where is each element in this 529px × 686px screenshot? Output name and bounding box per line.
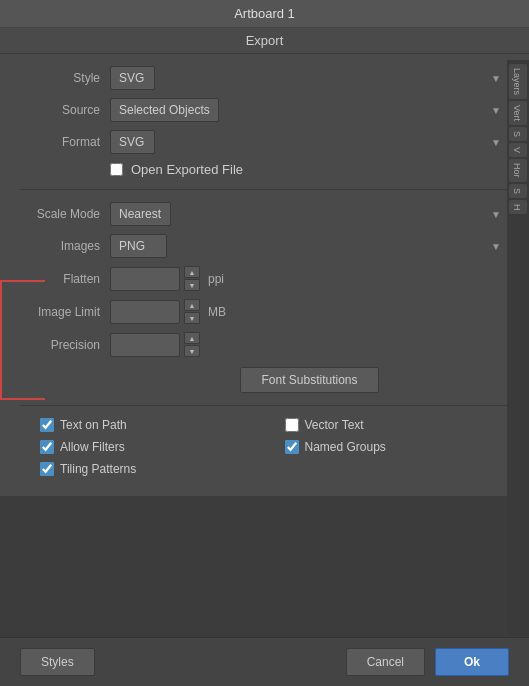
precision-spinbox: 2 ▲ ▼ [110,332,200,357]
export-label: Export [246,33,284,48]
title-bar: Artboard 1 [0,0,529,28]
text-on-path-label[interactable]: Text on Path [60,418,127,432]
precision-spin-up[interactable]: ▲ [184,332,200,344]
tiling-patterns-item: Tiling Patterns [40,462,265,476]
tiling-patterns-label[interactable]: Tiling Patterns [60,462,136,476]
divider-1 [20,189,509,190]
source-row: Source Selected Objects Page Drawing [20,98,509,122]
sidebar-tab-s2[interactable]: S [509,184,527,198]
format-row: Format SVG PDF PNG [20,130,509,154]
right-sidebar: Layers Vert S V Hor S H [507,60,529,636]
image-limit-unit: MB [208,305,226,319]
open-exported-row: Open Exported File [110,162,509,177]
styles-button[interactable]: Styles [20,648,95,676]
flatten-spin-down[interactable]: ▼ [184,279,200,291]
image-limit-spin-up[interactable]: ▲ [184,299,200,311]
export-header: Export [0,28,529,54]
scale-mode-label: Scale Mode [20,207,110,221]
style-select-wrapper: SVG PDF PNG [110,66,509,90]
image-limit-input[interactable]: 8,0 [110,300,180,324]
image-limit-label: Image Limit [20,305,110,319]
tiling-patterns-checkbox[interactable] [40,462,54,476]
ok-button[interactable]: Ok [435,648,509,676]
style-row: Style SVG PDF PNG [20,66,509,90]
source-select-wrapper: Selected Objects Page Drawing [110,98,509,122]
image-limit-spin-buttons: ▲ ▼ [184,299,200,324]
precision-label: Precision [20,338,110,352]
sidebar-tab-vert[interactable]: Vert [509,101,527,125]
flatten-input[interactable]: 120,0 [110,267,180,291]
cancel-button[interactable]: Cancel [346,648,425,676]
flatten-spin-up[interactable]: ▲ [184,266,200,278]
dialog-body: Style SVG PDF PNG Source Selected Object… [0,54,529,496]
image-limit-spin-down[interactable]: ▼ [184,312,200,324]
flatten-row: Flatten 120,0 ▲ ▼ ppi [20,266,509,291]
format-label: Format [20,135,110,149]
text-on-path-item: Text on Path [40,418,265,432]
checkbox-grid: Text on Path Vector Text Allow Filters N… [40,418,509,476]
images-label: Images [20,239,110,253]
images-select[interactable]: PNG JPG Embed [110,234,167,258]
font-sub-wrapper: Font Substitutions [110,367,509,393]
sidebar-tab-s1[interactable]: S [509,127,527,141]
image-limit-spinbox: 8,0 ▲ ▼ MB [110,299,226,324]
text-on-path-checkbox[interactable] [40,418,54,432]
format-select-wrapper: SVG PDF PNG [110,130,509,154]
font-substitutions-button[interactable]: Font Substitutions [240,367,378,393]
named-groups-checkbox[interactable] [285,440,299,454]
flatten-label: Flatten [20,272,110,286]
format-select[interactable]: SVG PDF PNG [110,130,155,154]
title-text: Artboard 1 [234,6,295,21]
bottom-bar: Styles Cancel Ok [0,637,529,686]
style-select[interactable]: SVG PDF PNG [110,66,155,90]
style-label: Style [20,71,110,85]
source-label: Source [20,103,110,117]
divider-2 [20,405,509,406]
source-select[interactable]: Selected Objects Page Drawing [110,98,219,122]
images-row: Images PNG JPG Embed [20,234,509,258]
named-groups-item: Named Groups [285,440,510,454]
vector-text-checkbox[interactable] [285,418,299,432]
scale-mode-select-wrapper: Nearest Bilinear Bicubic [110,202,509,226]
allow-filters-checkbox[interactable] [40,440,54,454]
allow-filters-label[interactable]: Allow Filters [60,440,125,454]
precision-row: Precision 2 ▲ ▼ [20,332,509,357]
precision-spin-down[interactable]: ▼ [184,345,200,357]
image-limit-row: Image Limit 8,0 ▲ ▼ MB [20,299,509,324]
sidebar-tab-layers[interactable]: Layers [509,64,527,99]
flatten-unit: ppi [208,272,224,286]
sidebar-tab-hor[interactable]: Hor [509,159,527,182]
allow-filters-item: Allow Filters [40,440,265,454]
precision-spin-buttons: ▲ ▼ [184,332,200,357]
flatten-spinbox: 120,0 ▲ ▼ ppi [110,266,224,291]
flatten-spin-buttons: ▲ ▼ [184,266,200,291]
precision-input[interactable]: 2 [110,333,180,357]
open-exported-label[interactable]: Open Exported File [131,162,243,177]
sidebar-tab-v[interactable]: V [509,143,527,157]
right-buttons: Cancel Ok [346,648,509,676]
named-groups-label[interactable]: Named Groups [305,440,386,454]
vector-text-item: Vector Text [285,418,510,432]
scale-mode-select[interactable]: Nearest Bilinear Bicubic [110,202,171,226]
sidebar-tab-h[interactable]: H [509,200,527,215]
images-select-wrapper: PNG JPG Embed [110,234,509,258]
vector-text-label[interactable]: Vector Text [305,418,364,432]
open-exported-checkbox[interactable] [110,163,123,176]
scale-mode-row: Scale Mode Nearest Bilinear Bicubic [20,202,509,226]
